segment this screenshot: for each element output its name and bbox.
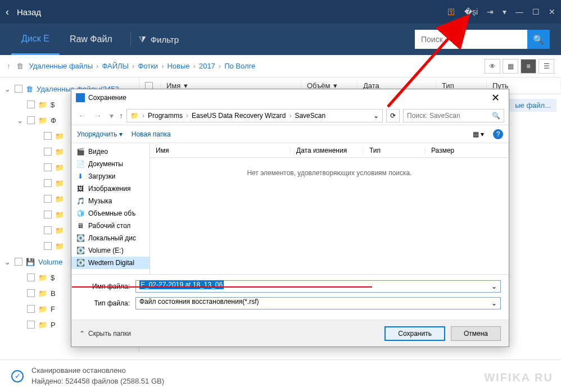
chevron-down-icon[interactable]: ⌄ [491, 299, 497, 307]
sidebar-item-3d[interactable]: 🧊Объемные объ [71, 207, 150, 220]
up-arrow-icon[interactable]: ↑ [7, 62, 11, 70]
checkbox[interactable] [44, 179, 52, 187]
caret-down-icon[interactable]: ⌄ [17, 116, 24, 125]
path-seg-2[interactable]: SaveScan [295, 112, 325, 120]
filter-button[interactable]: ⧩ Фильтр [139, 34, 179, 44]
dlg-col-name[interactable]: Имя [150, 147, 291, 154]
checkbox[interactable] [27, 289, 35, 297]
folder-icon: 📁 [55, 163, 64, 172]
checkbox[interactable] [44, 211, 52, 218]
caret-down-icon[interactable]: ⌄ [4, 85, 11, 93]
dlg-col-size[interactable]: Размер [426, 147, 509, 154]
tab-disk-e[interactable]: Диск E [11, 24, 60, 55]
path-seg-1[interactable]: EaseUS Data Recovery Wizard [192, 112, 286, 120]
checkbox[interactable] [44, 163, 52, 171]
new-folder-button[interactable]: Новая папка [132, 130, 171, 138]
crumb-0[interactable]: Удаленные файлы [29, 62, 93, 70]
dropdown-icon[interactable]: ▾ [503, 7, 506, 16]
filetype-select[interactable]: Файл состояния восстановления(*.rsf) ⌄ [135, 297, 501, 309]
checkbox[interactable] [44, 132, 52, 140]
checkbox[interactable] [44, 195, 52, 203]
sidebar-item-volume-e[interactable]: 💽Volume (E:) [71, 244, 150, 257]
share-icon[interactable]: �și [464, 7, 478, 16]
save-button[interactable]: Сохранить [384, 326, 445, 341]
refresh-icon[interactable]: ⟳ [386, 109, 400, 122]
checkbox[interactable] [27, 101, 35, 108]
nav-back-icon[interactable]: ← [76, 111, 88, 120]
caret-down-icon[interactable]: ⌄ [4, 258, 11, 266]
maximize-icon[interactable]: ☐ [532, 7, 540, 16]
tree-volume[interactable]: Volume [38, 258, 62, 266]
key-icon[interactable]: ⚿ [447, 7, 455, 16]
sidebar-item-desktop[interactable]: 🖥Рабочий стол [71, 220, 150, 232]
checkbox[interactable] [27, 321, 35, 329]
dialog-close-icon[interactable]: ✕ [487, 92, 504, 104]
search-button[interactable]: 🔍 [527, 30, 550, 49]
chevron-down-icon[interactable]: ⌄ [491, 282, 497, 290]
cancel-button[interactable]: Отмена [451, 326, 501, 341]
checkbox[interactable] [44, 242, 52, 250]
checkbox[interactable] [27, 116, 35, 124]
checkbox[interactable] [27, 274, 35, 281]
detail-view-button[interactable]: ☰ [539, 59, 554, 74]
address-bar[interactable]: 📁 › Programms› EaseUS Data Recovery Wiza… [126, 109, 383, 122]
close-icon[interactable]: ✕ [549, 7, 555, 16]
tree-item[interactable]: F [51, 305, 55, 313]
folder-icon: 📁 [55, 226, 64, 235]
back-label[interactable]: Назад [17, 7, 41, 17]
tree-item[interactable]: B [51, 289, 56, 298]
checkbox[interactable] [44, 148, 52, 156]
trash-icon[interactable]: 🗑 [16, 62, 24, 70]
tree-item[interactable]: $ [51, 101, 55, 109]
save-dialog: Сохранение ✕ ← → ▾ ↑ 📁 › Programms› Ease… [71, 89, 509, 347]
minimize-icon[interactable]: — [515, 7, 523, 16]
dialog-search-input[interactable] [407, 112, 492, 120]
crumb-4[interactable]: 2017 [199, 62, 215, 70]
nav-forward-icon[interactable]: → [92, 111, 104, 120]
sidebar-item-local-disk[interactable]: 💽Локальный дис [71, 232, 150, 244]
list-view-button[interactable]: ≡ [521, 59, 536, 74]
back-chevron-icon[interactable]: ‹ [6, 6, 9, 18]
preview-button[interactable]: 👁 [485, 59, 500, 74]
crumb-2[interactable]: Фотки [138, 62, 158, 70]
sidebar-item-wedtern[interactable]: 💽Wedtern Digital [71, 257, 150, 269]
tab-raw-file[interactable]: Raw Файл [60, 24, 123, 55]
dlg-col-type[interactable]: Тип [364, 147, 426, 154]
sidebar-item-music[interactable]: 🎵Музыка [71, 195, 150, 207]
checkbox[interactable] [15, 258, 22, 266]
chevron-down-icon[interactable]: ⌄ [373, 112, 379, 120]
help-icon[interactable]: ? [493, 129, 503, 139]
sidebar-item-pictures[interactable]: 🖼Изображения [71, 183, 150, 195]
tree-item[interactable]: Ф [51, 116, 56, 125]
search-input[interactable] [415, 30, 527, 49]
path-seg-0[interactable]: Programms [148, 112, 183, 120]
crumb-5[interactable]: По Волге [224, 62, 255, 70]
import-icon[interactable]: ⇥ [487, 7, 494, 16]
checkbox[interactable] [27, 305, 35, 313]
tree-item[interactable]: P [51, 321, 56, 329]
app-icon [76, 93, 85, 102]
folder-icon: 📁 [38, 274, 47, 282]
partial-row[interactable]: ые файл... [509, 99, 557, 112]
sidebar-item-downloads[interactable]: ⬇Загрузки [71, 170, 150, 183]
view-options-icon[interactable]: ▦ ▾ [473, 130, 484, 138]
chevron-up-icon: ⌃ [79, 330, 85, 338]
hide-folders-toggle[interactable]: ⌃Скрыть папки [79, 330, 131, 338]
funnel-icon: ⧩ [139, 34, 146, 44]
checkbox[interactable] [15, 85, 22, 93]
crumb-1[interactable]: ФАЙЛЫ [102, 62, 129, 70]
dlg-col-modified[interactable]: Дата изменения [291, 147, 364, 154]
crumb-3[interactable]: Новые [167, 62, 189, 70]
checkbox[interactable] [44, 226, 52, 234]
dialog-search[interactable]: 🔍 [403, 109, 504, 122]
nav-history-icon[interactable]: ▾ [107, 111, 116, 120]
sidebar-item-video[interactable]: 🎬Видео [71, 145, 150, 158]
tree-item[interactable]: $ [51, 274, 55, 282]
organize-menu[interactable]: Упорядочить ▾ [77, 130, 123, 138]
grid-view-button[interactable]: ▦ [503, 59, 518, 74]
sidebar-item-documents[interactable]: 📄Документы [71, 158, 150, 170]
nav-up-icon[interactable]: ↑ [119, 111, 123, 120]
folder-icon: 📁 [38, 101, 47, 109]
empty-message: Нет элементов, удовлетворяющих условиям … [150, 158, 509, 274]
folder-icon: 📁 [55, 132, 64, 140]
